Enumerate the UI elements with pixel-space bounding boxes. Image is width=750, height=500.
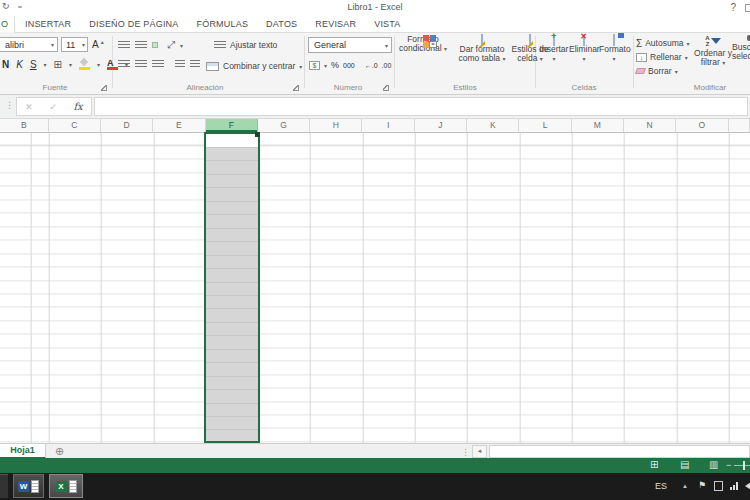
chevron-down-icon[interactable]: ▾ [180, 42, 183, 49]
horizontal-scrollbar[interactable] [489, 445, 750, 458]
tab-revisar[interactable]: REVISAR [306, 16, 365, 33]
sheet-tab-hoja1[interactable]: Hoja1 [0, 444, 46, 459]
align-center-icon[interactable] [135, 60, 147, 69]
underline-button[interactable]: S [30, 59, 37, 70]
increase-decimal-icon[interactable]: ←.0 [365, 62, 378, 69]
fill-handle[interactable] [255, 132, 260, 137]
column-header-e[interactable]: E [153, 119, 205, 132]
align-top-icon[interactable] [118, 41, 130, 50]
dialog-launcher-icon[interactable] [383, 85, 389, 91]
column-header-i[interactable]: I [362, 119, 414, 132]
align-middle-icon[interactable] [135, 41, 147, 50]
wrap-text-button[interactable]: Ajustar texto [214, 40, 277, 50]
orientation-icon[interactable]: ⤢ [167, 39, 175, 51]
zoom-slider[interactable] [734, 465, 750, 466]
formula-input[interactable] [94, 97, 748, 116]
tab-dise-o-de-p-gina[interactable]: DISEÑO DE PÁGINA [80, 16, 187, 33]
column-header-h[interactable]: H [310, 119, 362, 132]
column-header-n[interactable]: N [624, 119, 676, 132]
tray-clipboard-icon[interactable] [714, 481, 723, 491]
cancel-icon[interactable]: ✕ [25, 102, 33, 112]
ribbon-tabs: INSERTARDISEÑO DE PÁGINAFÓRMULASDATOSREV… [16, 16, 410, 33]
column-header-partial[interactable] [729, 119, 750, 132]
grip-icon[interactable]: ⋮ [5, 100, 14, 110]
percent-icon[interactable]: % [331, 60, 339, 70]
chevron-down-icon[interactable]: ▾ [324, 62, 327, 69]
dialog-launcher-icon[interactable] [293, 85, 299, 91]
column-header-k[interactable]: K [467, 119, 519, 132]
borders-icon[interactable]: ⊞ [54, 59, 62, 70]
view-normal-icon[interactable]: ⊞ [650, 459, 658, 470]
decrease-decimal-icon[interactable]: .00 [382, 62, 392, 69]
format-as-table-button[interactable]: Dar formato como tabla ▾ [456, 35, 508, 83]
align-bottom-icon[interactable] [152, 42, 158, 48]
insert-cells-button[interactable]: + Insertar ▾ [539, 35, 569, 83]
currency-icon[interactable]: $ [309, 61, 320, 70]
find-select-button[interactable]: Buscar y seleccionar [732, 35, 750, 83]
insert-function-icon[interactable]: fx [73, 101, 82, 112]
help-button[interactable]: ? [730, 2, 736, 13]
tray-expand-icon[interactable]: ▲ [682, 483, 688, 489]
cell-styles-icon [529, 34, 531, 46]
fill-button[interactable]: ↓ Rellenar ▾ [636, 51, 688, 63]
action-center-flag-icon[interactable]: ⚑ [698, 480, 706, 490]
tab-vista[interactable]: VISTA [365, 16, 409, 33]
tab-datos[interactable]: DATOS [257, 16, 306, 33]
dialog-launcher-icon[interactable] [101, 85, 107, 91]
font-size-select[interactable]: 11 ▾ [61, 37, 88, 52]
chevron-down-icon: ▾ [612, 56, 615, 62]
worksheet-grid[interactable] [0, 133, 750, 443]
chevron-down-icon[interactable]: ▾ [97, 61, 100, 68]
taskbar-word-button[interactable]: W [13, 474, 44, 498]
align-left-icon[interactable] [118, 60, 130, 69]
scroll-left-icon[interactable]: ◄ [472, 445, 487, 458]
merge-center-button[interactable]: Combinar y centrar ▾ [206, 61, 302, 71]
language-indicator[interactable]: ES [655, 481, 667, 491]
decrease-indent-icon[interactable] [175, 60, 185, 69]
chevron-down-icon[interactable]: ▾ [69, 61, 72, 68]
sort-filter-button[interactable]: AZ Ordenar y filtrar ▾ [694, 35, 732, 83]
column-header-c[interactable]: C [49, 119, 101, 132]
zoom-slider-handle[interactable] [743, 461, 745, 470]
window-control-partial[interactable] [745, 4, 750, 12]
accept-icon[interactable]: ✓ [49, 102, 57, 112]
conditional-formatting-button[interactable]: = Formato condicional ▾ [398, 35, 448, 83]
delete-cells-button[interactable]: ✕ Eliminar ▾ [569, 35, 599, 83]
number-format-value: General [314, 40, 346, 50]
increase-indent-icon[interactable] [190, 60, 200, 69]
thousands-icon[interactable]: 000 [343, 62, 355, 69]
grip-icon[interactable]: ⋮ [461, 447, 470, 457]
speaker-icon[interactable] [745, 482, 750, 490]
column-header-o[interactable]: O [676, 119, 728, 132]
column-header-g[interactable]: G [258, 119, 310, 132]
bold-button[interactable]: N [2, 59, 9, 70]
taskbar-excel-button[interactable]: X [49, 474, 83, 498]
number-format-select[interactable]: General ▾ [308, 37, 392, 53]
column-header-m[interactable]: M [572, 119, 624, 132]
font-color-icon[interactable]: A [107, 58, 118, 70]
column-header-b[interactable]: B [0, 119, 49, 132]
clear-button[interactable]: Borrar ▾ [636, 65, 678, 77]
align-right-icon[interactable] [152, 60, 164, 69]
view-page-break-icon[interactable]: ▥ [709, 459, 718, 470]
column-header-f[interactable]: F [206, 119, 258, 132]
grow-font-button[interactable]: A▴ [92, 39, 104, 50]
view-page-layout-icon[interactable]: ▤ [680, 459, 689, 470]
column-header-d[interactable]: D [101, 119, 153, 132]
taskbar-item-partial[interactable] [0, 474, 8, 498]
zoom-out-icon[interactable]: − [726, 460, 731, 470]
autosum-button[interactable]: Σ Autosuma ▾ [636, 37, 689, 49]
tab-inicio-partial[interactable]: O [0, 16, 15, 33]
tab-insertar[interactable]: INSERTAR [16, 16, 80, 33]
network-signal-icon[interactable] [730, 482, 738, 490]
fill-color-icon[interactable] [79, 58, 90, 70]
selected-column-f[interactable] [204, 132, 260, 443]
italic-button[interactable]: K [16, 59, 23, 70]
column-header-j[interactable]: J [415, 119, 467, 132]
chevron-down-icon[interactable]: ▾ [44, 61, 47, 68]
add-sheet-icon[interactable]: ⊕ [55, 445, 64, 458]
column-header-l[interactable]: L [519, 119, 571, 132]
font-name-select[interactable]: alibri ▾ [0, 37, 58, 52]
tab-f-rmulas[interactable]: FÓRMULAS [188, 16, 258, 33]
format-cells-button[interactable]: Formato ▾ [599, 35, 629, 83]
